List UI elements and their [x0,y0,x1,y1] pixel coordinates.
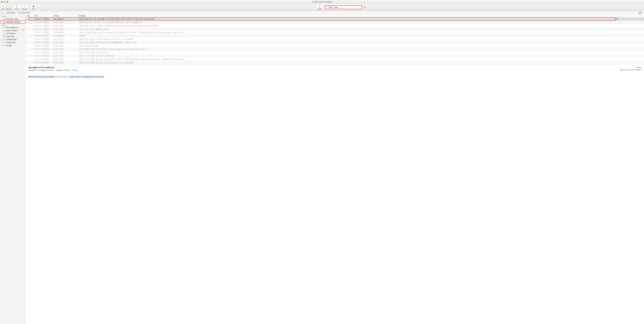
table-row[interactable]: 13:16:37.667427assertiond[Kids Vico:1138… [26,54,644,58]
table-row[interactable]: 13:16:37.666476assertiond[SpringBoard:52… [26,48,644,51]
cell-time: 13:16:37.659262 [33,32,52,33]
clear-button[interactable] [13,5,20,8]
sidebar-report-item[interactable]: Mac Analytics D… [0,26,25,29]
annotation-1: 1. [22,28,24,31]
cell-process: assertiond [52,52,78,54]
search-icon [326,7,328,8]
table-row[interactable]: 13:16:37.659262SpringBoard[com.wizpanda.… [26,31,644,34]
details-link[interactable]: Details [72,69,78,71]
cell-time: 13:16:37.666476 [33,48,52,50]
details-body-pre: Bootstrapping com.wizpanda. [28,76,56,78]
sidebar-device-item[interactable]: Shashank's Mac… [0,18,25,21]
table-row[interactable]: 13:16:37.540240assertiondSubmitting new … [26,21,644,24]
details-volatile: Volatile [620,66,641,68]
svg-point-5 [327,7,328,8]
cell-time: 13:16:37.666200 [33,45,52,47]
phone-activity-icon [8,6,10,8]
sidebar-report-item[interactable]: User Reports [0,32,25,35]
cell-message: [Kids Vico:1138] Adding client: [78,28,644,30]
cell-time: 13:16:37.667016 [33,52,52,54]
table-body: 13:16:37.539864SpringBoardBootstrapping … [26,17,644,64]
folder-icon [3,45,5,46]
sidebar-report-item[interactable]: system.log [0,35,25,38]
table-header: Type Time Process Message [26,15,644,17]
content: Type Time Process Message 13:16:37.53986… [26,15,644,324]
sidebar-report-item[interactable]: ▸System Reports [0,29,25,32]
cell-time: 13:16:37.664039 [33,42,52,44]
redacted-segment [56,76,69,78]
details-timestamp: 2018-12-14 13:16:37.539864 [620,69,641,71]
save-button[interactable]: Save [637,12,643,14]
cell-message: [Kids Vico:1138] Setting jetsam priority… [78,62,644,64]
cell-process: SpringBoard [52,18,78,20]
annotation-3: 3. [616,18,618,20]
sidebar-item-label: System Reports [6,30,18,32]
table-row[interactable]: 13:16:37.662580assertiond[Kids Vico:1138… [26,37,644,41]
filter-errors-faults[interactable]: Errors and Faults [18,12,31,14]
annotation-2: 2. [364,6,366,9]
cell-message: [Kids Vico:1138] New process assertion s… [78,58,644,60]
target-icon [2,6,4,8]
cell-time: 13:16:37.539864 [33,18,52,20]
activities-label: Activities [6,8,11,10]
reload-button[interactable] [21,5,28,8]
sidebar-item-label: Shashank's Mac… [6,18,20,20]
sidebar-report-item[interactable]: ▸/var/log [0,44,25,47]
cell-process: assertiond [52,42,78,44]
folder-icon [3,30,5,32]
cell-time: 13:16:37.540376 [33,25,52,27]
cell-time: 13:16:37.662580 [33,38,52,40]
toolbar: Now Activities Clear Reload i Info [0,4,644,11]
table-row[interactable]: 13:16:37.539864SpringBoardBootstrapping … [26,17,644,21]
cell-process: SpringBoard [52,32,78,33]
table-row[interactable]: 13:16:37.654008assertiond[Kids Vico:1138… [26,27,644,31]
sidebar-report-item[interactable]: ▸/Library/Logs [0,41,25,44]
cell-process: assertiond [52,28,78,30]
svg-rect-6 [2,12,4,14]
share-button[interactable] [316,5,323,8]
search-input[interactable] [334,6,362,8]
th-process[interactable]: Process [52,15,78,17]
th-type[interactable]: Type [26,15,33,17]
doc-icon [3,27,5,29]
cell-message: Adding: [78,35,644,37]
cell-time: 13:16:37.654008 [33,28,52,30]
cell-process: assertiond [52,55,78,57]
table-row[interactable]: 13:16:37.540376assertiondSubmitted job w… [26,24,644,27]
filter-bar: All Messages Errors and Faults Save [0,11,644,15]
search-scope-dropdown[interactable]: ANY ﹀ [328,6,334,8]
search-field-wrap[interactable]: ANY ﹀ [326,6,362,9]
window-title: Console (1,006 messages) [0,1,644,3]
table-row[interactable]: 13:16:37.667756assertiond[Kids Vico:1138… [26,61,644,64]
table-row[interactable]: 13:16:37.667016assertiond[Kids Vico:1138… [26,51,644,54]
folder-icon [3,39,5,40]
sidebar-toggle-button[interactable] [1,12,4,14]
th-time[interactable]: Time [33,15,52,17]
chevron-down-icon: ﹀ [332,7,333,8]
sidebar: Devices Shashank's Mac…Shashank's iPhone… [0,15,26,324]
table-row[interactable]: 13:16:37.664039assertiond[Kids Vico:1138… [26,41,644,44]
table-row[interactable]: 13:16:37.666200assertiondNow tracking pr… [26,44,644,48]
table-row[interactable]: 13:16:37.667576assertiond[Kids Vico:1138… [26,58,644,61]
info-label: Info [32,8,35,10]
sidebar-device-item[interactable]: Shashank's iPhone [0,21,25,24]
cell-process: assertiond [52,58,78,60]
table-row[interactable]: 13:16:37.662475SpringBoardAdding: [26,34,644,37]
th-message[interactable]: Message [78,15,644,17]
disclosure-icon: ▸ [1,42,2,43]
now-button[interactable] [1,5,5,8]
cell-process: assertiond [52,62,78,64]
folder-icon [3,42,5,43]
phone-icon [3,21,5,23]
details-pane: Volatile 2018-12-14 13:16:37.539864 Spri… [26,64,644,324]
laptop-icon [3,18,5,20]
share-label: Share [318,8,322,10]
info-button[interactable]: i [30,5,37,8]
sidebar-report-item[interactable]: ▸~/Library/Logs [0,38,25,41]
cell-process: assertiond [52,25,78,27]
activities-button[interactable] [6,5,10,8]
filter-all-messages[interactable]: All Messages [6,12,16,14]
details-title: SpringBoard (FrontBoard) [28,66,641,69]
details-metaline: Subsystem: com.apple.FrontBoard Category… [28,69,641,71]
sidebar-reports-header: Reports [0,24,25,26]
